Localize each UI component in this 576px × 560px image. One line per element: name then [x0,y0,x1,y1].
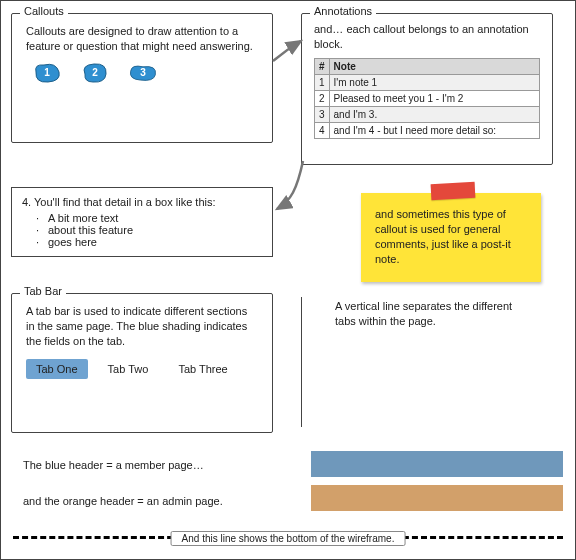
sticky-body: and sometimes this type of callout is us… [361,193,541,282]
wireframe-bottom-label: And this line shows the bottom of the wi… [171,531,406,546]
callouts-text: Callouts are designed to draw attention … [26,24,258,54]
tab-one[interactable]: Tab One [26,359,88,379]
tab-two[interactable]: Tab Two [98,359,159,379]
callout-blob-1: 1 [32,62,62,84]
annotations-text: and… each callout belongs to an annotati… [314,22,540,52]
vertical-separator [301,297,302,427]
orange-header-label: and the orange header = an admin page. [23,495,223,507]
list-item: A bit more text [40,212,262,224]
vertical-separator-text: A vertical line separates the different … [335,299,525,329]
wireframe-legend-page: Callouts Callouts are designed to draw a… [0,0,576,560]
sticky-tape [431,182,476,200]
annotations-legend: Annotations [310,5,376,17]
tabbar-text: A tab bar is used to indicate different … [26,304,258,349]
callout-blobs: 1 2 3 [26,62,258,84]
callouts-section: Callouts Callouts are designed to draw a… [11,13,273,143]
anno-col-note: Note [329,58,539,74]
anno-col-num: # [315,58,330,74]
arrow-annotations-to-detail [277,161,303,209]
table-row: 1 I'm note 1 [315,74,540,90]
callouts-legend: Callouts [20,5,68,17]
table-row: 3 and I'm 3. [315,106,540,122]
sticky-note: and sometimes this type of callout is us… [361,193,541,282]
tabs-row: Tab One Tab Two Tab Three [26,359,258,379]
detail-box: 4. You'll find that detail in a box like… [11,187,273,257]
tab-three[interactable]: Tab Three [168,359,237,379]
annotations-table: # Note 1 I'm note 1 2 Pleased to meet yo… [314,58,540,139]
table-row: 2 Pleased to meet you 1 - I'm 2 [315,90,540,106]
tabbar-section: Tab Bar A tab bar is used to indicate di… [11,293,273,433]
blue-header-bar [311,451,563,477]
list-item: goes here [40,236,262,248]
arrow-callouts-to-annotations [273,41,301,61]
blue-header-label: The blue header = a member page… [23,459,204,471]
tabbar-legend: Tab Bar [20,285,66,297]
detail-title: 4. You'll find that detail in a box like… [22,196,262,208]
table-row: 4 and I'm 4 - but I need more detail so: [315,122,540,138]
list-item: about this feature [40,224,262,236]
orange-header-bar [311,485,563,511]
callout-blob-2: 2 [80,62,110,84]
callout-blob-3: 3 [128,62,158,84]
annotations-section: Annotations and… each callout belongs to… [301,13,553,165]
